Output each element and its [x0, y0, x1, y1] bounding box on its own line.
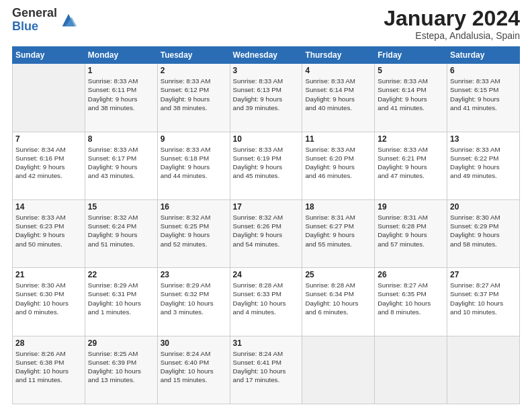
header-cell-monday: Monday [85, 47, 157, 64]
day-number: 17 [233, 202, 300, 212]
day-cell: 31Sunrise: 8:24 AMSunset: 6:41 PMDayligh… [230, 336, 302, 404]
day-info: Sunrise: 8:27 AMSunset: 6:37 PMDaylight:… [450, 281, 503, 316]
day-number: 8 [88, 134, 154, 144]
day-number: 14 [15, 202, 82, 212]
day-cell: 11Sunrise: 8:33 AMSunset: 6:20 PMDayligh… [302, 132, 375, 199]
day-cell: 20Sunrise: 8:30 AMSunset: 6:29 PMDayligh… [447, 199, 520, 267]
day-number: 13 [450, 134, 517, 144]
day-number: 4 [305, 66, 371, 75]
day-cell: 24Sunrise: 8:28 AMSunset: 6:33 PMDayligh… [230, 268, 302, 336]
day-info: Sunrise: 8:29 AMSunset: 6:31 PMDaylight:… [88, 281, 141, 316]
day-cell: 15Sunrise: 8:32 AMSunset: 6:24 PMDayligh… [85, 199, 157, 267]
calendar-table: SundayMondayTuesdayWednesdayThursdayFrid… [12, 46, 520, 404]
day-number: 31 [233, 338, 300, 348]
day-info: Sunrise: 8:33 AMSunset: 6:13 PMDaylight:… [233, 77, 283, 111]
day-cell: 14Sunrise: 8:33 AMSunset: 6:23 PMDayligh… [13, 199, 85, 267]
day-cell: 16Sunrise: 8:32 AMSunset: 6:25 PMDayligh… [157, 199, 230, 267]
week-row-5: 28Sunrise: 8:26 AMSunset: 6:38 PMDayligh… [13, 336, 520, 404]
day-number: 30 [161, 338, 227, 348]
day-number: 10 [233, 134, 300, 144]
day-cell: 21Sunrise: 8:30 AMSunset: 6:30 PMDayligh… [13, 268, 85, 336]
header: General Blue January 2024 Estepa, Andalu… [12, 7, 520, 41]
logo: General Blue [12, 7, 78, 34]
day-info: Sunrise: 8:24 AMSunset: 6:40 PMDaylight:… [161, 350, 214, 384]
day-cell: 27Sunrise: 8:27 AMSunset: 6:37 PMDayligh… [447, 268, 520, 336]
day-cell: 28Sunrise: 8:26 AMSunset: 6:38 PMDayligh… [13, 336, 85, 404]
day-number: 5 [378, 66, 444, 75]
day-number: 1 [88, 66, 154, 75]
logo-text: General Blue [12, 7, 57, 34]
day-number: 19 [378, 202, 444, 212]
day-info: Sunrise: 8:33 AMSunset: 6:15 PMDaylight:… [450, 77, 500, 111]
day-number: 23 [161, 270, 227, 279]
day-number: 28 [15, 338, 82, 348]
day-number: 9 [161, 134, 227, 144]
day-number: 3 [233, 66, 300, 75]
day-number: 2 [161, 66, 227, 75]
day-cell: 23Sunrise: 8:29 AMSunset: 6:32 PMDayligh… [157, 268, 230, 336]
day-cell [375, 336, 447, 404]
day-cell [447, 336, 520, 404]
day-number: 26 [378, 270, 444, 279]
day-number: 12 [378, 134, 444, 144]
day-number: 21 [15, 270, 82, 279]
day-info: Sunrise: 8:26 AMSunset: 6:38 PMDaylight:… [15, 350, 69, 384]
day-cell: 1Sunrise: 8:33 AMSunset: 6:11 PMDaylight… [85, 64, 157, 132]
day-info: Sunrise: 8:30 AMSunset: 6:29 PMDaylight:… [450, 214, 500, 248]
week-row-3: 14Sunrise: 8:33 AMSunset: 6:23 PMDayligh… [13, 199, 520, 267]
day-info: Sunrise: 8:28 AMSunset: 6:33 PMDaylight:… [233, 281, 286, 316]
day-cell: 10Sunrise: 8:33 AMSunset: 6:19 PMDayligh… [230, 132, 302, 199]
week-row-2: 7Sunrise: 8:34 AMSunset: 6:16 PMDaylight… [13, 132, 520, 199]
day-info: Sunrise: 8:29 AMSunset: 6:32 PMDaylight:… [161, 281, 214, 316]
day-number: 18 [305, 202, 371, 212]
day-cell: 13Sunrise: 8:33 AMSunset: 6:22 PMDayligh… [447, 132, 520, 199]
day-number: 20 [450, 202, 517, 212]
day-info: Sunrise: 8:31 AMSunset: 6:27 PMDaylight:… [305, 214, 355, 248]
logo-blue: Blue [12, 20, 57, 34]
day-cell: 26Sunrise: 8:27 AMSunset: 6:35 PMDayligh… [375, 268, 447, 336]
day-info: Sunrise: 8:33 AMSunset: 6:14 PMDaylight:… [378, 77, 428, 111]
header-cell-saturday: Saturday [447, 47, 520, 64]
day-info: Sunrise: 8:28 AMSunset: 6:34 PMDaylight:… [305, 281, 358, 316]
day-cell: 2Sunrise: 8:33 AMSunset: 6:12 PMDaylight… [157, 64, 230, 132]
logo-general: General [12, 7, 57, 20]
header-cell-wednesday: Wednesday [230, 47, 302, 64]
day-info: Sunrise: 8:32 AMSunset: 6:25 PMDaylight:… [161, 214, 211, 248]
day-cell: 30Sunrise: 8:24 AMSunset: 6:40 PMDayligh… [157, 336, 230, 404]
day-number: 25 [305, 270, 371, 279]
day-cell: 7Sunrise: 8:34 AMSunset: 6:16 PMDaylight… [13, 132, 85, 199]
day-info: Sunrise: 8:33 AMSunset: 6:23 PMDaylight:… [15, 214, 66, 248]
day-cell: 4Sunrise: 8:33 AMSunset: 6:14 PMDaylight… [302, 64, 375, 132]
header-cell-sunday: Sunday [13, 47, 85, 64]
day-cell: 29Sunrise: 8:25 AMSunset: 6:39 PMDayligh… [85, 336, 157, 404]
day-cell: 5Sunrise: 8:33 AMSunset: 6:14 PMDaylight… [375, 64, 447, 132]
day-info: Sunrise: 8:33 AMSunset: 6:11 PMDaylight:… [88, 77, 138, 111]
day-info: Sunrise: 8:33 AMSunset: 6:18 PMDaylight:… [161, 146, 211, 180]
week-row-4: 21Sunrise: 8:30 AMSunset: 6:30 PMDayligh… [13, 268, 520, 336]
day-info: Sunrise: 8:33 AMSunset: 6:20 PMDaylight:… [305, 146, 355, 180]
day-cell: 17Sunrise: 8:32 AMSunset: 6:26 PMDayligh… [230, 199, 302, 267]
week-row-1: 1Sunrise: 8:33 AMSunset: 6:11 PMDaylight… [13, 64, 520, 132]
day-info: Sunrise: 8:30 AMSunset: 6:30 PMDaylight:… [15, 281, 69, 316]
day-info: Sunrise: 8:33 AMSunset: 6:17 PMDaylight:… [88, 146, 138, 180]
day-info: Sunrise: 8:32 AMSunset: 6:24 PMDaylight:… [88, 214, 138, 248]
day-cell: 8Sunrise: 8:33 AMSunset: 6:17 PMDaylight… [85, 132, 157, 199]
day-cell: 12Sunrise: 8:33 AMSunset: 6:21 PMDayligh… [375, 132, 447, 199]
day-cell: 9Sunrise: 8:33 AMSunset: 6:18 PMDaylight… [157, 132, 230, 199]
day-cell: 25Sunrise: 8:28 AMSunset: 6:34 PMDayligh… [302, 268, 375, 336]
subtitle: Estepa, Andalusia, Spain [384, 30, 520, 41]
day-cell: 18Sunrise: 8:31 AMSunset: 6:27 PMDayligh… [302, 199, 375, 267]
day-cell [302, 336, 375, 404]
day-cell: 6Sunrise: 8:33 AMSunset: 6:15 PMDaylight… [447, 64, 520, 132]
day-number: 24 [233, 270, 300, 279]
header-cell-tuesday: Tuesday [157, 47, 230, 64]
day-cell: 19Sunrise: 8:31 AMSunset: 6:28 PMDayligh… [375, 199, 447, 267]
day-number: 6 [450, 66, 517, 75]
main-title: January 2024 [384, 7, 520, 30]
day-info: Sunrise: 8:27 AMSunset: 6:35 PMDaylight:… [378, 281, 431, 316]
day-info: Sunrise: 8:25 AMSunset: 6:39 PMDaylight:… [88, 350, 141, 384]
day-info: Sunrise: 8:33 AMSunset: 6:14 PMDaylight:… [305, 77, 355, 111]
day-number: 27 [450, 270, 517, 279]
page: General Blue January 2024 Estepa, Andalu… [0, 0, 532, 411]
day-number: 15 [88, 202, 154, 212]
